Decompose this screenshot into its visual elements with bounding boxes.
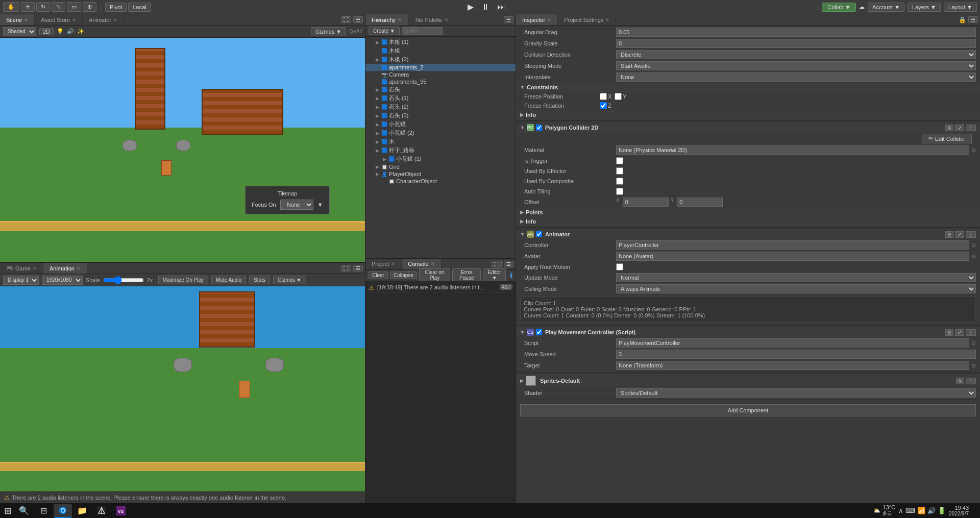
- used-by-composite-checkbox[interactable]: [616, 178, 623, 185]
- animator-more-btn[interactable]: ⋮: [966, 231, 976, 238]
- taskbar-time[interactable]: 19:43 2022/9/7: [949, 505, 969, 516]
- hierarchy-item-pot1[interactable]: ▶ 🟦 小瓦罐 (1): [365, 155, 516, 163]
- tab-hierarchy[interactable]: Hierarchy ✕: [365, 14, 408, 25]
- rect-tool[interactable]: ▭: [67, 2, 81, 12]
- hierarchy-item-wood[interactable]: ▶ 🟦 木: [365, 137, 516, 146]
- step-button[interactable]: ⏭: [494, 2, 508, 13]
- lighting-icon[interactable]: 💡: [57, 28, 64, 35]
- play-movement-enabled[interactable]: [536, 329, 542, 335]
- collab-button[interactable]: Collab ▼: [822, 3, 856, 12]
- inspector-lock-icon[interactable]: 🔒: [959, 16, 966, 23]
- hierarchy-item-pot2[interactable]: ▶ 🟦 小瓦罐 (2): [365, 129, 516, 137]
- apply-root-motion-checkbox[interactable]: [616, 263, 623, 270]
- angular-drag-input[interactable]: [616, 28, 976, 37]
- shader-select[interactable]: Sprites/Default: [616, 388, 976, 398]
- hierarchy-item-muban1[interactable]: ▶ 🟦 木板 (1): [365, 38, 516, 46]
- animator-tab-close[interactable]: ✕: [113, 17, 117, 22]
- culling-mode-select[interactable]: Always Animate: [616, 284, 976, 293]
- add-component-button[interactable]: Add Component: [520, 404, 976, 416]
- collapse-button[interactable]: Collapse: [390, 272, 417, 279]
- hierarchy-item-muban2[interactable]: ▶ 🟦 木板 (2): [365, 55, 516, 64]
- maximize-on-play-btn[interactable]: Maximize On Play: [158, 276, 209, 284]
- interpolate-select[interactable]: None: [616, 72, 976, 82]
- effects-icon[interactable]: ✨: [77, 28, 84, 35]
- freeze-y-checkbox[interactable]: [615, 93, 622, 100]
- clear-button[interactable]: Clear: [369, 272, 388, 279]
- combo-tool[interactable]: ⊕: [83, 2, 96, 12]
- target-select-icon[interactable]: ⊙: [971, 362, 976, 369]
- game-more[interactable]: ☰: [353, 265, 363, 272]
- controller-select-icon[interactable]: ⊙: [971, 242, 976, 249]
- resolution-select[interactable]: 1920x1080: [42, 276, 83, 285]
- taskbar-app-edge[interactable]: [54, 504, 72, 518]
- inspector-more[interactable]: ☰: [968, 16, 978, 23]
- animator-enabled[interactable]: [536, 231, 542, 237]
- sprites-copy-btn[interactable]: ⎘: [956, 378, 964, 384]
- game-maximize[interactable]: ⛶: [341, 265, 351, 272]
- console-tab-close[interactable]: ✕: [431, 261, 435, 266]
- layout-button[interactable]: Layout ▼: [944, 3, 977, 12]
- taskbar-app-vs[interactable]: VS: [112, 504, 130, 518]
- tab-game[interactable]: 🎮 Game ✕: [0, 263, 43, 274]
- create-button[interactable]: Create ▼: [369, 27, 400, 35]
- script-input[interactable]: [616, 338, 969, 348]
- clear-on-play-button[interactable]: Clear on Play: [419, 268, 450, 282]
- hierarchy-tab-close[interactable]: ✕: [398, 17, 402, 22]
- animator-header[interactable]: ▼ AN Animator ⎘ ⤢ ⋮: [516, 229, 980, 239]
- hierarchy-item-grid[interactable]: ▶ 🔲 Grid: [365, 163, 516, 170]
- polygon-collider-expand-btn[interactable]: ⤢: [955, 125, 964, 131]
- hierarchy-item-camera[interactable]: ▶ 📷 Camera: [365, 71, 516, 78]
- update-mode-select[interactable]: Normal: [616, 273, 976, 282]
- inspector-tab-close[interactable]: ✕: [547, 17, 551, 22]
- tab-project[interactable]: Project ✕: [365, 259, 402, 269]
- hierarchy-item-pot[interactable]: ▶ 🟦 小瓦罐: [365, 120, 516, 129]
- freeze-z-checkbox[interactable]: [600, 102, 607, 109]
- controller-input[interactable]: [616, 240, 969, 250]
- asset-store-tab-close[interactable]: ✕: [72, 17, 76, 22]
- collider-info-header[interactable]: ▶ Info: [516, 217, 980, 226]
- hierarchy-item-rock2[interactable]: ▶ 🟦 石头 (2): [365, 103, 516, 111]
- scene-tab-close[interactable]: ✕: [24, 17, 28, 22]
- tray-up-arrow[interactable]: ∧: [898, 507, 903, 514]
- scale-tool[interactable]: ⤡: [52, 2, 65, 12]
- taskbar-app-explorer[interactable]: 📁: [73, 504, 91, 518]
- cloud-icon[interactable]: ☁: [859, 4, 865, 10]
- play-movement-more-btn[interactable]: ⋮: [966, 329, 976, 336]
- tray-volume[interactable]: 🔊: [927, 507, 936, 514]
- hand-tool[interactable]: ✋: [3, 2, 19, 12]
- tile-palette-tab-close[interactable]: ✕: [445, 17, 449, 22]
- 2d-toggle[interactable]: 2D: [39, 28, 54, 35]
- gravity-scale-input[interactable]: [616, 39, 976, 48]
- tab-animation[interactable]: Animation ✕: [43, 263, 87, 274]
- hierarchy-item-character[interactable]: ▶ 🔲 CharacterObject: [365, 178, 516, 185]
- play-button[interactable]: ▶: [464, 1, 477, 13]
- play-movement-header[interactable]: ▼ CS Play Movement Controller (Script) ⎘…: [516, 327, 980, 337]
- hierarchy-item-rock1[interactable]: ▶ 🟦 石头 (1): [365, 94, 516, 103]
- tilemap-none-select[interactable]: None: [280, 200, 313, 210]
- start-button[interactable]: ⊞: [4, 505, 12, 516]
- taskbar-app-taskview[interactable]: ⊟: [34, 504, 53, 518]
- material-select-icon[interactable]: ⊙: [971, 147, 976, 154]
- tray-network[interactable]: 📶: [917, 507, 925, 514]
- auto-tiling-checkbox[interactable]: [616, 188, 623, 195]
- rotate-tool[interactable]: ↻: [36, 2, 50, 12]
- play-movement-expand-btn[interactable]: ⤢: [955, 329, 964, 336]
- hierarchy-item-apartments2[interactable]: ▶ 🟦 apartments_2: [365, 64, 516, 71]
- script-select-icon[interactable]: ⊙: [971, 340, 976, 347]
- polygon-collider-enabled[interactable]: [536, 125, 542, 131]
- gizmos-btn[interactable]: Gizmos ▼: [311, 27, 346, 36]
- tab-inspector[interactable]: Inspector ✕: [516, 14, 558, 25]
- points-header[interactable]: ▶ Points: [516, 208, 980, 217]
- account-button[interactable]: Account ▼: [868, 3, 904, 12]
- game-tab-close[interactable]: ✕: [33, 266, 37, 271]
- local-button[interactable]: Local: [128, 3, 151, 12]
- tab-scene[interactable]: Scene ✕: [0, 14, 35, 25]
- console-more[interactable]: ☰: [504, 261, 513, 267]
- shading-mode-select[interactable]: Shaded: [3, 27, 36, 36]
- scale-slider[interactable]: [103, 277, 144, 284]
- polygon-collider-header[interactable]: ▼ PC Polygon Collider 2D ⎘ ⤢ ⋮: [516, 122, 980, 133]
- display-select[interactable]: Display 1: [3, 276, 39, 285]
- is-trigger-checkbox[interactable]: [616, 157, 623, 164]
- freeze-x-checkbox[interactable]: [600, 93, 607, 100]
- move-speed-input[interactable]: [616, 350, 976, 359]
